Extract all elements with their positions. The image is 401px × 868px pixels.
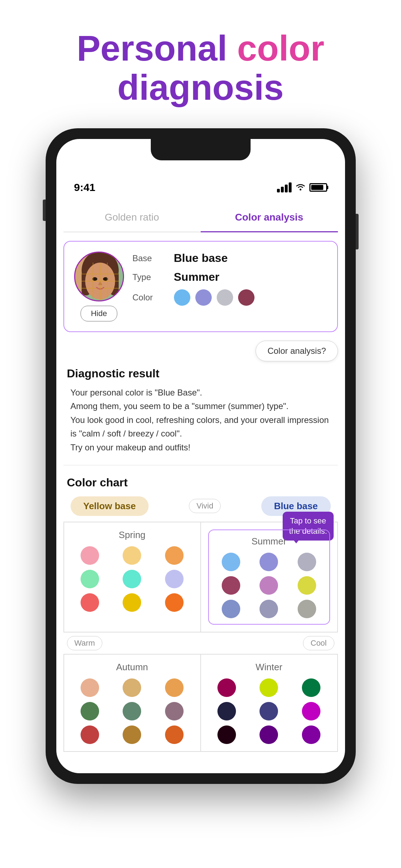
screen-content: 9:41 xyxy=(56,139,345,773)
summer-dot-3 xyxy=(298,553,316,571)
color-dot-3 xyxy=(217,289,233,306)
avatar xyxy=(74,252,124,301)
winter-dot-9 xyxy=(302,725,320,744)
tab-color-analysis[interactable]: Color analysis xyxy=(201,203,338,232)
tab-golden-ratio[interactable]: Golden ratio xyxy=(63,203,201,232)
color-analysis-button[interactable]: Color analysis? xyxy=(256,341,338,361)
winter-dot-6 xyxy=(302,702,320,720)
diagnostic-title: Diagnostic result xyxy=(67,367,334,380)
divider xyxy=(63,465,338,465)
autumn-dot-3 xyxy=(165,678,184,697)
winter-dot-4 xyxy=(217,702,236,720)
winter-dot-8 xyxy=(259,725,278,744)
diagnostic-line-3: You look good in cool, refreshing colors… xyxy=(71,415,329,438)
diagnostic-line-1: Your personal color is "Blue Base". xyxy=(71,388,202,397)
spring-dot-2 xyxy=(123,546,141,565)
spring-dot-6 xyxy=(165,570,184,588)
warm-label: Warm xyxy=(67,636,103,650)
title-color: color xyxy=(237,28,324,68)
diagnostic-text: Your personal color is "Blue Base". Amon… xyxy=(71,386,331,454)
base-label: Base xyxy=(133,253,168,263)
autumn-dot-5 xyxy=(123,702,141,720)
title-personal: Personal xyxy=(77,28,237,68)
chart-grid-bottom: Autumn xyxy=(63,654,338,752)
spring-dot-4 xyxy=(81,570,99,588)
summer-dot-5 xyxy=(259,576,278,595)
analysis-btn-row: Color analysis? xyxy=(63,341,338,361)
quadrant-summer[interactable]: Tap to seethe details. Summer xyxy=(201,522,338,632)
page-title: Personal color diagnosis xyxy=(55,29,346,107)
autumn-dots xyxy=(71,678,193,744)
winter-dot-1 xyxy=(217,678,236,697)
yellow-base-label: Yellow base xyxy=(71,496,149,516)
phone-side-btn-right xyxy=(356,214,359,249)
status-time: 9:41 xyxy=(74,181,96,193)
svg-point-0 xyxy=(299,188,301,190)
spring-dot-5 xyxy=(123,570,141,588)
autumn-dot-7 xyxy=(81,725,99,744)
vivid-label: Vivid xyxy=(189,499,221,513)
diagnostic-line-2: Among them, you seem to be a "summer (su… xyxy=(71,401,289,411)
axis-row: Warm Cool xyxy=(63,632,338,654)
status-bar: 9:41 xyxy=(56,171,345,200)
summer-dot-8 xyxy=(259,600,278,618)
tabs-bar: Golden ratio Color analysis xyxy=(63,203,338,232)
chart-container: Yellow base Vivid Blue base Spring xyxy=(63,496,338,752)
autumn-dot-2 xyxy=(123,678,141,697)
status-right xyxy=(277,181,327,194)
autumn-dot-6 xyxy=(165,702,184,720)
signal-icon xyxy=(277,182,292,192)
autumn-dot-8 xyxy=(123,725,141,744)
wifi-icon xyxy=(294,181,307,194)
winter-dot-7 xyxy=(217,725,236,744)
result-color-row: Color xyxy=(133,289,327,306)
phone-notch xyxy=(151,139,251,160)
summer-dot-9 xyxy=(298,600,316,618)
spring-dot-7 xyxy=(81,593,99,612)
winter-dot-2 xyxy=(259,678,278,697)
result-card: Hide Base Blue base Type Summer Color xyxy=(63,241,338,332)
spring-dot-3 xyxy=(165,546,184,565)
spring-dot-1 xyxy=(81,546,99,565)
summer-dot-2 xyxy=(259,553,278,571)
phone-screen: 9:41 xyxy=(56,139,345,773)
autumn-dot-9 xyxy=(165,725,184,744)
chart-grid: Spring xyxy=(63,522,338,632)
phone-mockup: 9:41 xyxy=(46,128,356,784)
diagnostic-line-4: Try on your makeup and outfits! xyxy=(71,443,191,452)
base-value: Blue base xyxy=(174,252,228,265)
summer-dot-6 xyxy=(298,576,316,595)
summer-dot-7 xyxy=(222,600,240,618)
battery-icon xyxy=(309,183,327,192)
result-info: Base Blue base Type Summer Color xyxy=(133,252,327,311)
summer-dot-4 xyxy=(222,576,240,595)
autumn-dot-1 xyxy=(81,678,99,697)
summer-title: Summer xyxy=(215,536,324,547)
color-dot-2 xyxy=(195,289,212,306)
summer-box: Summer xyxy=(208,529,330,625)
quadrant-winter: Winter xyxy=(201,654,338,751)
color-dots xyxy=(174,289,255,306)
spring-dot-9 xyxy=(165,593,184,612)
autumn-title: Autumn xyxy=(71,662,193,673)
cool-label: Cool xyxy=(303,636,334,650)
title-diagnosis: diagnosis xyxy=(77,68,324,107)
type-value: Summer xyxy=(174,270,220,284)
phone-side-btn-left xyxy=(43,200,46,221)
spring-title: Spring xyxy=(71,529,193,541)
hide-button[interactable]: Hide xyxy=(81,306,117,321)
winter-dots xyxy=(208,678,330,744)
type-label: Type xyxy=(133,272,168,282)
chart-title: Color chart xyxy=(67,476,334,489)
summer-dots xyxy=(215,553,324,618)
quadrant-autumn: Autumn xyxy=(64,654,201,751)
color-label: Color xyxy=(133,293,168,303)
spring-dots xyxy=(71,546,193,612)
winter-dot-5 xyxy=(259,702,278,720)
result-base-row: Base Blue base xyxy=(133,252,327,265)
color-dot-1 xyxy=(174,289,190,306)
spring-dot-8 xyxy=(123,593,141,612)
page-container: Personal color diagnosis 9:41 xyxy=(0,0,401,868)
summer-dot-1 xyxy=(222,553,240,571)
color-dot-4 xyxy=(238,289,255,306)
